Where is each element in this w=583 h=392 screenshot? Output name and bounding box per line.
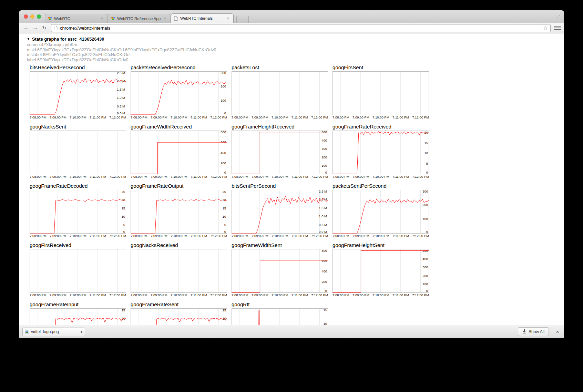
svg-text:0.5 M: 0.5 M (319, 223, 327, 227)
svg-text:5: 5 (224, 223, 226, 227)
titlebar[interactable]: WebRTC×WebRTC Reference App×WebRTC Inter… (19, 10, 564, 23)
close-downloads-bar-icon[interactable]: × (554, 329, 561, 335)
webrtc-favicon (111, 16, 115, 21)
svg-text:0.5 M: 0.5 M (117, 104, 125, 108)
chart-title: googFrameHeightSent (333, 242, 433, 249)
svg-text:0: 0 (426, 289, 428, 293)
svg-text:600: 600 (321, 259, 327, 262)
svg-text:25: 25 (222, 190, 226, 194)
chart-title: googNacksReceived (131, 242, 232, 249)
url-text[interactable]: chrome://webrtc-internals (60, 25, 541, 31)
chart-plot (30, 249, 126, 293)
svg-text:0: 0 (325, 171, 327, 174)
download-filename: vidtel_logo.png (31, 329, 76, 334)
svg-text:0: 0 (325, 289, 327, 293)
chart-googFrameRateInput: googFrameRateInput05101520257:08:00 PM7:… (30, 301, 131, 325)
bookmark-star-icon[interactable]: ☆ (543, 25, 548, 31)
image-file-icon (25, 330, 29, 334)
svg-text:20: 20 (121, 198, 125, 202)
svg-text:0: 0 (224, 171, 226, 174)
stats-title: Stats graphs for ssrc_4136526430 (32, 37, 104, 42)
chart-googFirsReceived: googFirsReceived7:08:00 PM7:09:00 PM7:10… (30, 242, 131, 297)
stats-section-header[interactable]: ▼ Stats graphs for ssrc_4136526430 (27, 36, 564, 42)
svg-text:15: 15 (424, 141, 428, 145)
tab-webrtc-reference-app[interactable]: WebRTC Reference App× (108, 14, 171, 23)
tab-label: WebRTC Internals (180, 16, 224, 20)
chart-title: googFrameRateInput (30, 301, 131, 308)
svg-text:15: 15 (121, 206, 125, 210)
svg-text:0: 0 (224, 111, 226, 115)
svg-text:25: 25 (121, 308, 125, 312)
chart-title: googFrameRateReceived (333, 124, 433, 131)
chart-plot: 0100200300400500 (333, 249, 429, 293)
svg-text:0: 0 (426, 171, 428, 174)
chart-plot (131, 249, 227, 293)
chart-googNacksReceived: googNacksReceived7:08:00 PM7:09:00 PM7:1… (131, 242, 232, 297)
chart-title: bitsSentPerSecond (232, 183, 333, 190)
chart-plot: 051015 (232, 308, 328, 325)
address-bar[interactable]: chrome://webrtc-internals ☆ (51, 24, 551, 32)
svg-text:0: 0 (224, 230, 226, 234)
show-all-downloads-button[interactable]: Show All (518, 327, 549, 336)
tab-close-icon[interactable]: × (163, 16, 167, 21)
chart-googFrameHeightReceived: googFrameHeightReceived01002003004005007… (232, 124, 333, 178)
svg-text:1.0 M: 1.0 M (319, 214, 327, 218)
back-button[interactable]: ← (22, 24, 31, 32)
svg-text:25: 25 (222, 308, 226, 312)
chart-plot: 0100200300 (131, 71, 227, 115)
svg-text:100: 100 (321, 164, 327, 167)
chart-x-axis-labels: 7:08:00 PM7:09:00 PM7:10:00 PM7:11:00 PM… (232, 234, 328, 238)
download-caret-icon[interactable]: ▾ (78, 328, 85, 336)
svg-text:1.5 M: 1.5 M (319, 206, 327, 210)
svg-text:10: 10 (323, 322, 327, 325)
chart-bitsSentPerSecond: bitsSentPerSecond0.0 M0.5 M1.0 M1.5 M2.0… (232, 183, 333, 238)
tab-strip: WebRTC×WebRTC Reference App×WebRTC Inter… (45, 13, 234, 23)
collapse-toggle-icon[interactable]: ▼ (27, 37, 30, 41)
download-item[interactable]: vidtel_logo.png ▾ (22, 328, 85, 336)
svg-text:800: 800 (321, 249, 327, 252)
svg-text:200: 200 (422, 274, 428, 278)
chart-x-axis-labels: 7:08:00 PM7:09:00 PM7:10:00 PM7:11:00 PM… (131, 175, 227, 178)
chart-plot (232, 71, 328, 115)
meta-msid: msid:6E9laEYkyxIkTCxDgc82ZGoEhlCfxNuCKrO… (27, 48, 564, 53)
svg-text:200: 200 (321, 280, 327, 283)
chart-title: packetsLost (232, 64, 333, 71)
stats-charts-grid: bitsReceivedPerSecond0.0 M0.5 M1.0 M1.5 … (30, 64, 564, 325)
chart-bitsReceivedPerSecond: bitsReceivedPerSecond0.0 M0.5 M1.0 M1.5 … (30, 64, 131, 119)
fullscreen-icon[interactable] (556, 14, 561, 20)
chart-googFrameRateDecoded: googFrameRateDecoded05101520257:08:00 PM… (30, 183, 131, 238)
tab-close-icon[interactable]: × (226, 16, 231, 21)
chart-plot: 0.0 M0.5 M1.0 M1.5 M2.0 M2.5 M (30, 71, 126, 115)
svg-text:15: 15 (222, 206, 226, 210)
chart-plot: 0.0 M0.5 M1.0 M1.5 M2.0 M2.5 M (232, 190, 328, 234)
chart-googFrameRateOutput: googFrameRateOutput05101520257:08:00 PM7… (131, 183, 232, 238)
tab-webrtc-internals[interactable]: WebRTC Internals× (171, 13, 234, 23)
menu-icon[interactable] (554, 25, 561, 31)
svg-text:400: 400 (422, 257, 428, 261)
tab-close-icon[interactable]: × (100, 16, 104, 21)
svg-text:5: 5 (426, 162, 428, 165)
tab-webrtc[interactable]: WebRTC× (45, 14, 108, 23)
tab-label: WebRTC Reference App (117, 17, 161, 21)
forward-button[interactable]: → (31, 24, 40, 32)
meta-mslabel: mslabel:6E9laEYkyxIkTCxDgc82ZGoEhlCfxNuC… (27, 52, 564, 58)
page-icon (54, 26, 58, 30)
svg-text:200: 200 (321, 155, 327, 159)
chart-x-axis-labels: 7:08:00 PM7:09:00 PM7:10:00 PM7:11:00 PM… (30, 115, 126, 119)
svg-text:200: 200 (221, 84, 226, 88)
close-window-button[interactable] (24, 14, 28, 19)
chart-packetsLost: packetsLost7:08:00 PM7:09:00 PM7:10:00 P… (232, 64, 333, 119)
new-tab-button[interactable] (236, 16, 249, 23)
chart-x-axis-labels: 7:08:00 PM7:09:00 PM7:10:00 PM7:11:00 PM… (232, 115, 328, 119)
chart-plot: 0200400600800 (131, 131, 227, 174)
chart-title: googFrameRateDecoded (30, 183, 131, 190)
chart-x-axis-labels: 7:08:00 PM7:09:00 PM7:10:00 PM7:11:00 PM… (333, 175, 429, 178)
reload-button[interactable]: ↻ (40, 24, 49, 32)
zoom-window-button[interactable] (37, 14, 41, 19)
svg-text:100: 100 (422, 282, 428, 286)
chart-googFrameHeightSent: googFrameHeightSent01002003004005007:08:… (333, 242, 433, 297)
stream-metadata: cname:4ZXkrucxjuzp/bKm msid:6E9laEYkyxIk… (27, 42, 564, 62)
chart-x-axis-labels: 7:08:00 PM7:09:00 PM7:10:00 PM7:11:00 PM… (333, 234, 429, 238)
minimize-window-button[interactable] (30, 14, 34, 19)
tab-label: WebRTC (54, 17, 98, 21)
